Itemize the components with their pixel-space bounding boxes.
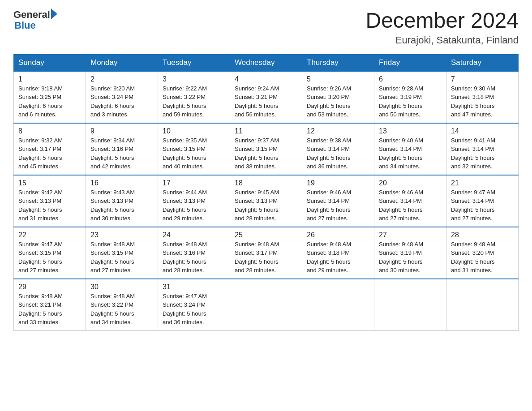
day-info: Sunrise: 9:43 AMSunset: 3:13 PMDaylight:… [90,188,153,223]
logo-blue-text: Blue [14,20,36,31]
col-header-friday: Friday [374,54,446,71]
day-number: 17 [163,179,225,187]
calendar-week-row: 29Sunrise: 9:48 AMSunset: 3:21 PMDayligh… [14,279,519,331]
day-info: Sunrise: 9:48 AMSunset: 3:16 PMDaylight:… [163,240,225,275]
day-info: Sunrise: 9:48 AMSunset: 3:22 PMDaylight:… [90,292,153,327]
logo-general-text: General [13,9,50,21]
calendar-cell: 5Sunrise: 9:26 AMSunset: 3:20 PMDaylight… [302,71,374,123]
calendar-week-row: 22Sunrise: 9:47 AMSunset: 3:15 PMDayligh… [14,227,519,279]
calendar-cell: 25Sunrise: 9:48 AMSunset: 3:17 PMDayligh… [230,227,302,279]
day-info: Sunrise: 9:28 AMSunset: 3:19 PMDaylight:… [379,84,442,119]
day-number: 21 [451,179,514,187]
day-number: 4 [235,75,297,83]
calendar-table: SundayMondayTuesdayWednesdayThursdayFrid… [13,54,519,331]
day-info: Sunrise: 9:40 AMSunset: 3:14 PMDaylight:… [379,136,442,171]
calendar-cell: 24Sunrise: 9:48 AMSunset: 3:16 PMDayligh… [158,227,230,279]
calendar-week-row: 15Sunrise: 9:42 AMSunset: 3:13 PMDayligh… [14,175,519,227]
day-info: Sunrise: 9:48 AMSunset: 3:19 PMDaylight:… [379,240,442,275]
day-info: Sunrise: 9:37 AMSunset: 3:15 PMDaylight:… [235,136,297,171]
col-header-tuesday: Tuesday [158,54,230,71]
calendar-cell: 1Sunrise: 9:18 AMSunset: 3:25 PMDaylight… [14,71,86,123]
calendar-cell: 26Sunrise: 9:48 AMSunset: 3:18 PMDayligh… [302,227,374,279]
day-info: Sunrise: 9:34 AMSunset: 3:16 PMDaylight:… [90,136,153,171]
col-header-thursday: Thursday [302,54,374,71]
col-header-wednesday: Wednesday [230,54,302,71]
calendar-cell: 27Sunrise: 9:48 AMSunset: 3:19 PMDayligh… [374,227,446,279]
calendar-cell: 9Sunrise: 9:34 AMSunset: 3:16 PMDaylight… [86,123,158,175]
day-info: Sunrise: 9:46 AMSunset: 3:14 PMDaylight:… [307,188,369,223]
day-number: 23 [90,231,153,239]
day-info: Sunrise: 9:48 AMSunset: 3:18 PMDaylight:… [307,240,369,275]
day-number: 5 [307,75,369,83]
day-info: Sunrise: 9:41 AMSunset: 3:14 PMDaylight:… [451,136,514,171]
calendar-cell: 21Sunrise: 9:47 AMSunset: 3:14 PMDayligh… [446,175,519,227]
col-header-saturday: Saturday [446,54,519,71]
calendar-cell: 12Sunrise: 9:38 AMSunset: 3:14 PMDayligh… [302,123,374,175]
calendar-cell: 8Sunrise: 9:32 AMSunset: 3:17 PMDaylight… [14,123,86,175]
day-number: 3 [163,75,225,83]
day-info: Sunrise: 9:26 AMSunset: 3:20 PMDaylight:… [307,84,369,119]
calendar-cell: 3Sunrise: 9:22 AMSunset: 3:22 PMDaylight… [158,71,230,123]
calendar-header-row: SundayMondayTuesdayWednesdayThursdayFrid… [14,54,519,71]
logo: General Blue [13,9,57,31]
calendar-cell: 31Sunrise: 9:47 AMSunset: 3:24 PMDayligh… [158,279,230,331]
day-number: 24 [163,231,225,239]
day-number: 14 [451,127,514,135]
day-number: 16 [90,179,153,187]
day-number: 29 [18,283,81,291]
day-number: 20 [379,179,442,187]
calendar-cell: 11Sunrise: 9:37 AMSunset: 3:15 PMDayligh… [230,123,302,175]
day-info: Sunrise: 9:44 AMSunset: 3:13 PMDaylight:… [163,188,225,223]
calendar-cell: 16Sunrise: 9:43 AMSunset: 3:13 PMDayligh… [86,175,158,227]
day-info: Sunrise: 9:30 AMSunset: 3:18 PMDaylight:… [451,84,514,119]
month-title: December 2024 [365,9,519,33]
page-header: General Blue December 2024 Eurajoki, Sat… [13,9,519,46]
calendar-week-row: 8Sunrise: 9:32 AMSunset: 3:17 PMDaylight… [14,123,519,175]
day-number: 19 [307,179,369,187]
day-info: Sunrise: 9:47 AMSunset: 3:14 PMDaylight:… [451,188,514,223]
day-info: Sunrise: 9:32 AMSunset: 3:17 PMDaylight:… [18,136,81,171]
day-number: 27 [379,231,442,239]
calendar-cell: 19Sunrise: 9:46 AMSunset: 3:14 PMDayligh… [302,175,374,227]
day-number: 6 [379,75,442,83]
day-info: Sunrise: 9:48 AMSunset: 3:21 PMDaylight:… [18,292,81,327]
day-number: 28 [451,231,514,239]
calendar-cell: 23Sunrise: 9:48 AMSunset: 3:15 PMDayligh… [86,227,158,279]
day-number: 30 [90,283,153,291]
calendar-cell [230,279,302,331]
calendar-cell: 29Sunrise: 9:48 AMSunset: 3:21 PMDayligh… [14,279,86,331]
calendar-cell: 28Sunrise: 9:48 AMSunset: 3:20 PMDayligh… [446,227,519,279]
calendar-cell: 13Sunrise: 9:40 AMSunset: 3:14 PMDayligh… [374,123,446,175]
day-number: 26 [307,231,369,239]
day-info: Sunrise: 9:38 AMSunset: 3:14 PMDaylight:… [307,136,369,171]
day-number: 15 [18,179,81,187]
day-info: Sunrise: 9:20 AMSunset: 3:24 PMDaylight:… [90,84,153,119]
calendar-cell: 20Sunrise: 9:46 AMSunset: 3:14 PMDayligh… [374,175,446,227]
day-info: Sunrise: 9:35 AMSunset: 3:15 PMDaylight:… [163,136,225,171]
day-number: 2 [90,75,153,83]
day-info: Sunrise: 9:46 AMSunset: 3:14 PMDaylight:… [379,188,442,223]
day-info: Sunrise: 9:18 AMSunset: 3:25 PMDaylight:… [18,84,81,119]
day-info: Sunrise: 9:24 AMSunset: 3:21 PMDaylight:… [235,84,297,119]
calendar-week-row: 1Sunrise: 9:18 AMSunset: 3:25 PMDaylight… [14,71,519,123]
calendar-cell: 7Sunrise: 9:30 AMSunset: 3:18 PMDaylight… [446,71,519,123]
col-header-sunday: Sunday [14,54,86,71]
day-info: Sunrise: 9:48 AMSunset: 3:17 PMDaylight:… [235,240,297,275]
day-info: Sunrise: 9:47 AMSunset: 3:15 PMDaylight:… [18,240,81,275]
day-number: 18 [235,179,297,187]
logo-triangle-icon [51,9,57,19]
calendar-cell: 6Sunrise: 9:28 AMSunset: 3:19 PMDaylight… [374,71,446,123]
calendar-cell: 10Sunrise: 9:35 AMSunset: 3:15 PMDayligh… [158,123,230,175]
day-number: 22 [18,231,81,239]
calendar-cell: 18Sunrise: 9:45 AMSunset: 3:13 PMDayligh… [230,175,302,227]
day-number: 12 [307,127,369,135]
day-info: Sunrise: 9:47 AMSunset: 3:24 PMDaylight:… [163,292,225,327]
day-info: Sunrise: 9:48 AMSunset: 3:15 PMDaylight:… [90,240,153,275]
calendar-cell: 4Sunrise: 9:24 AMSunset: 3:21 PMDaylight… [230,71,302,123]
day-number: 10 [163,127,225,135]
calendar-cell: 2Sunrise: 9:20 AMSunset: 3:24 PMDaylight… [86,71,158,123]
day-number: 13 [379,127,442,135]
col-header-monday: Monday [86,54,158,71]
calendar-cell: 17Sunrise: 9:44 AMSunset: 3:13 PMDayligh… [158,175,230,227]
day-info: Sunrise: 9:45 AMSunset: 3:13 PMDaylight:… [235,188,297,223]
